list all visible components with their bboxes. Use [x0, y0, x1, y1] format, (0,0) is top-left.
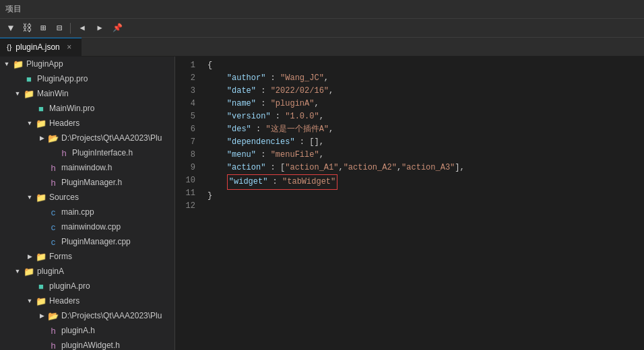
title-bar-text: 项目 [5, 3, 22, 15]
code-line-1: { [207, 59, 644, 72]
nav-forward-btn[interactable]: ▶ [92, 19, 107, 38]
label-pluginapp: PluginApp [26, 59, 172, 69]
label-headers-plugina: Headers [49, 296, 172, 306]
cpp-file-icon2: c [47, 221, 59, 233]
label-pluginapp-pro: PluginApp.pro [37, 74, 172, 83]
tree-item-plugina-pro[interactable]: ■ pluginA.pro [0, 279, 174, 293]
label-plugina-pro: pluginA.pro [49, 281, 172, 291]
arrow-sources-mainwin: ▼ [24, 190, 35, 205]
tree-item-mainwindow-cpp[interactable]: c mainwindow.cpp [0, 219, 174, 234]
folder-icon-headers-plugina: 📁 [35, 295, 47, 307]
tree-item-sources-mainwin[interactable]: ▼ 📁 Sources [0, 190, 174, 205]
label-sources-mainwin: Sources [49, 193, 172, 202]
tab-file-icon: {} [7, 43, 11, 51]
label-mainwin-pro: MainWin.pro [49, 104, 172, 113]
h-file-icon1: h [58, 147, 70, 159]
arrow-headers: ▼ [24, 116, 35, 131]
arrow-path1: ▶ [36, 131, 47, 145]
code-line-12 [207, 203, 644, 215]
h-file-icon2: h [47, 162, 59, 174]
main-content: ▼ 📁 PluginApp ■ PluginApp.pro ▼ 📁 MainWi… [0, 57, 644, 350]
folder-icon-sources-mainwin: 📁 [35, 191, 47, 203]
title-bar: 项目 [0, 0, 644, 19]
arrow-spacer8 [36, 234, 47, 249]
arrow-path2: ▶ [36, 308, 47, 323]
tab-close-btn[interactable]: × [64, 42, 75, 53]
folder-icon-mainwin: 📁 [23, 88, 35, 100]
arrow-spacer3 [47, 145, 58, 160]
folder-icon-path2: 📂 [47, 310, 59, 322]
code-line-7: "dependencies" : [], [207, 136, 644, 149]
toolbar-separator [70, 23, 71, 34]
folder-icon-headers: 📁 [35, 117, 47, 129]
pro-file-icon: ■ [23, 73, 35, 85]
nav-back-btn[interactable]: ◀ [75, 19, 90, 38]
tree-item-headers-plugina[interactable]: ▼ 📁 Headers [0, 293, 174, 308]
arrow-spacer4 [36, 160, 47, 175]
tree-item-plugininterface[interactable]: h PluginInterface.h [0, 145, 174, 160]
tree-item-pluginawidget-h[interactable]: h pluginAWidget.h [0, 338, 174, 350]
pro-file-icon3: ■ [35, 280, 47, 292]
tree-item-pluginmanager-cpp[interactable]: c PluginManager.cpp [0, 234, 174, 249]
link-btn[interactable]: ⛓ [20, 22, 34, 35]
label-pluginmanager-cpp: PluginManager.cpp [61, 237, 172, 246]
tree-item-mainwindow-h[interactable]: h mainwindow.h [0, 160, 174, 175]
label-plugina: pluginA [37, 267, 172, 276]
h-file-icon5: h [47, 339, 59, 350]
arrow-spacer11 [36, 338, 47, 350]
h-file-icon3: h [47, 176, 59, 188]
arrow-spacer10 [36, 323, 47, 338]
tree-item-pluginapp[interactable]: ▼ 📁 PluginApp [0, 57, 174, 71]
arrow-spacer [12, 71, 23, 86]
tree-item-pluginapp-pro[interactable]: ■ PluginApp.pro [0, 71, 174, 86]
label-pluginmanager-h: PluginManager.h [61, 178, 172, 187]
tree-item-mainwin-pro[interactable]: ■ MainWin.pro [0, 101, 174, 116]
tree-item-pluginmanager-h[interactable]: h PluginManager.h [0, 175, 174, 190]
code-line-6: "des" : "这是一个插件A", [207, 123, 644, 136]
code-editor[interactable]: { "author" : "Wang_JC", "date" : "2022/0… [202, 57, 644, 350]
expand-btn[interactable]: ⊟ [53, 22, 66, 35]
tab-bar: {} pluginA.json × [0, 38, 644, 57]
filter-btn[interactable]: ▼ [4, 22, 18, 35]
arrow-spacer5 [36, 175, 47, 190]
label-mainwin: MainWin [37, 89, 172, 98]
arrow-pluginapp: ▼ [1, 57, 12, 71]
tree-item-path1[interactable]: ▶ 📂 D:\Projects\Qt\AAA2023\Plu [0, 131, 174, 145]
pro-file-icon2: ■ [35, 102, 47, 114]
arrow-mainwin: ▼ [12, 86, 23, 101]
code-line-5: "version" : "1.0.0", [207, 110, 644, 123]
code-line-4: "name" : "pluginA", [207, 98, 644, 110]
arrow-spacer9 [24, 279, 35, 293]
label-plugininterface: PluginInterface.h [72, 148, 172, 158]
tree-item-main-cpp[interactable]: c main.cpp [0, 205, 174, 219]
tab-pluginja-json[interactable]: {} pluginA.json × [0, 38, 82, 56]
code-line-10: "widget" : "tabWidget" [207, 174, 644, 190]
grid-btn[interactable]: ⊞ [36, 22, 50, 35]
project-sidebar: ▼ 📁 PluginApp ■ PluginApp.pro ▼ 📁 MainWi… [0, 57, 175, 350]
folder-icon-plugina: 📁 [23, 265, 35, 277]
tree-item-mainwin[interactable]: ▼ 📁 MainWin [0, 86, 174, 101]
arrow-plugina: ▼ [12, 264, 23, 279]
tab-pin-btn[interactable]: 📌 [110, 19, 125, 38]
code-line-8: "menu" : "menuFile", [207, 149, 644, 162]
toolbar: ▼ ⛓ ⊞ ⊟ ◀ ▶ 📌 [0, 19, 644, 38]
tree-item-headers[interactable]: ▼ 📁 Headers [0, 116, 174, 131]
label-plugina-h: pluginA.h [61, 326, 172, 335]
tree-item-forms[interactable]: ▶ 📁 Forms [0, 249, 174, 264]
arrow-spacer2 [24, 101, 35, 116]
tree-item-path2[interactable]: ▶ 📂 D:\Projects\Qt\AAA2023\Plu [0, 308, 174, 323]
h-file-icon4: h [47, 324, 59, 337]
tree-item-plugina[interactable]: ▼ 📁 pluginA [0, 264, 174, 279]
tree-item-plugina-h[interactable]: h pluginA.h [0, 323, 174, 338]
folder-icon-pluginapp: 📁 [12, 58, 24, 70]
folder-icon-path1: 📂 [47, 132, 59, 144]
label-headers: Headers [49, 118, 172, 128]
label-main-cpp: main.cpp [61, 207, 172, 217]
label-mainwindow-cpp: mainwindow.cpp [61, 222, 172, 232]
label-pluginawidget-h: pluginAWidget.h [61, 341, 172, 350]
label-path1: D:\Projects\Qt\AAA2023\Plu [61, 133, 172, 143]
code-line-3: "date" : "2022/02/16", [207, 85, 644, 98]
label-path2: D:\Projects\Qt\AAA2023\Plu [61, 311, 172, 320]
arrow-spacer6 [36, 205, 47, 219]
tab-label: pluginA.json [15, 42, 59, 52]
